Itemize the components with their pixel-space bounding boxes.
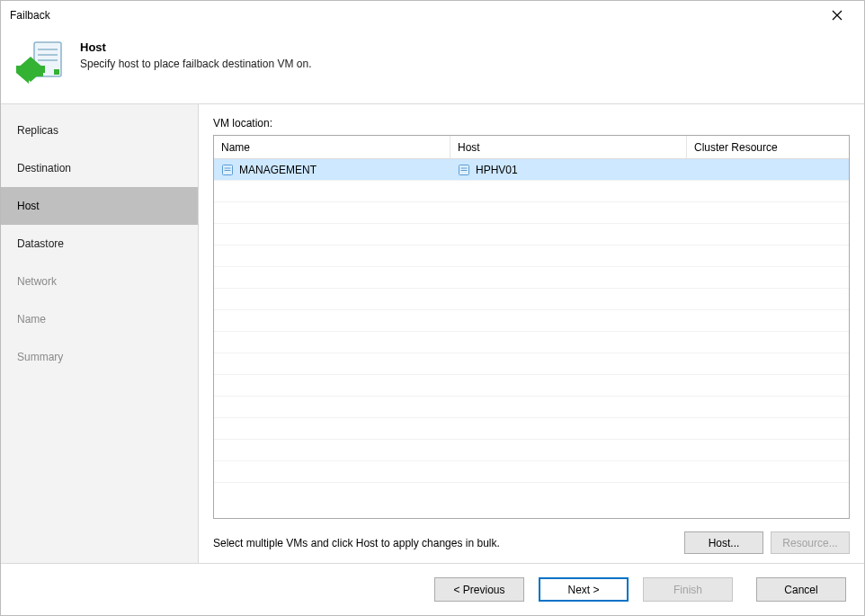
table-header: Name Host Cluster Resource (214, 136, 849, 159)
table-row-empty (214, 224, 849, 246)
sidebar-item-replicas[interactable]: Replicas (1, 112, 198, 149)
step-description: Specify host to place failback destinati… (80, 58, 311, 70)
column-header-host[interactable]: Host (450, 136, 687, 158)
column-header-cluster[interactable]: Cluster Resource (687, 136, 849, 158)
svg-rect-4 (54, 69, 59, 75)
titlebar: Failback (1, 1, 864, 30)
wizard-footer: < Previous Next > Finish Cancel (1, 563, 864, 615)
under-table-row: Select multiple VMs and click Host to ap… (213, 531, 850, 554)
table-row-empty (214, 246, 849, 267)
table-row[interactable]: MANAGEMENT HPHV01 (214, 159, 849, 181)
bulk-hint: Select multiple VMs and click Host to ap… (213, 537, 677, 549)
sidebar-item-label: Destination (17, 162, 71, 174)
cancel-button[interactable]: Cancel (756, 577, 846, 602)
failback-icon (13, 37, 67, 91)
vm-icon (221, 164, 234, 176)
table-row-empty (214, 375, 849, 397)
sidebar-item-name: Name (1, 300, 198, 338)
wizard-header-text: Host Specify host to place failback dest… (67, 37, 311, 70)
table-row-empty (214, 461, 849, 483)
sidebar-item-label: Replicas (17, 124, 58, 137)
vm-location-table: Name Host Cluster Resource MANAGEMENT HP… (213, 135, 850, 519)
sidebar-item-label: Summary (17, 351, 63, 363)
column-header-name[interactable]: Name (214, 136, 450, 158)
close-icon (832, 10, 843, 21)
host-icon (458, 164, 470, 176)
content-pane: VM location: Name Host Cluster Resource … (199, 104, 864, 563)
table-row-empty (214, 332, 849, 353)
table-row-empty (214, 181, 849, 202)
wizard-body: Replicas Destination Host Datastore Netw… (1, 103, 864, 563)
table-row-empty (214, 310, 849, 332)
host-button[interactable]: Host... (684, 531, 763, 554)
steps-sidebar: Replicas Destination Host Datastore Netw… (1, 104, 199, 563)
table-row-empty (214, 397, 849, 418)
cell-host: HPHV01 (476, 164, 518, 176)
sidebar-item-label: Name (17, 313, 46, 326)
resource-button: Resource... (771, 531, 850, 554)
table-row-empty (214, 202, 849, 224)
close-button[interactable] (819, 1, 855, 30)
table-row-empty (214, 418, 849, 440)
step-title: Host (80, 40, 311, 54)
failback-dialog: Failback Host Specify host to place fail… (0, 0, 865, 616)
window-title: Failback (10, 9, 819, 22)
sidebar-item-label: Host (17, 200, 40, 212)
table-row-empty (214, 353, 849, 375)
table-row-empty (214, 267, 849, 289)
table-body: MANAGEMENT HPHV01 (214, 159, 849, 518)
cell-name: MANAGEMENT (239, 164, 317, 176)
sidebar-item-label: Datastore (17, 237, 64, 250)
finish-button: Finish (643, 577, 733, 602)
sidebar-item-label: Network (17, 275, 57, 288)
table-row-empty (214, 289, 849, 310)
previous-button[interactable]: < Previous (434, 577, 524, 602)
sidebar-item-destination[interactable]: Destination (1, 149, 198, 187)
sidebar-item-summary: Summary (1, 338, 198, 376)
sidebar-item-datastore[interactable]: Datastore (1, 225, 198, 263)
vm-location-label: VM location: (213, 117, 850, 129)
table-row-empty (214, 440, 849, 461)
sidebar-item-host[interactable]: Host (1, 187, 198, 225)
next-button[interactable]: Next > (539, 577, 629, 602)
sidebar-item-network: Network (1, 263, 198, 300)
wizard-header: Host Specify host to place failback dest… (1, 30, 864, 103)
